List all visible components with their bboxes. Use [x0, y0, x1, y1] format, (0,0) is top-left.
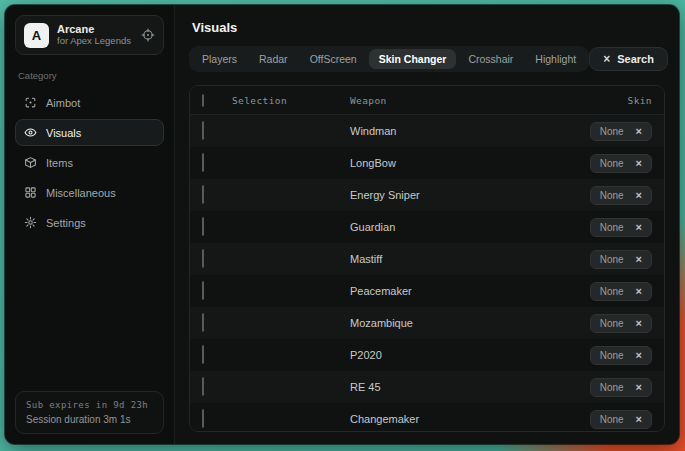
row-checkbox[interactable]	[202, 249, 204, 268]
row-checkbox[interactable]	[202, 217, 204, 236]
column-header-weapon: Weapon	[350, 95, 534, 106]
row-checkbox[interactable]	[202, 121, 204, 140]
weapon-name: Energy Sniper	[350, 189, 534, 201]
table-body: Windman None × LongBow None × Energy Sni…	[190, 115, 664, 432]
skin-select-badge[interactable]: None ×	[590, 314, 652, 333]
table-row: LongBow None ×	[190, 147, 664, 179]
skin-select-badge[interactable]: None ×	[590, 250, 652, 269]
page-title: Visuals	[192, 20, 665, 35]
category-label: Category	[18, 70, 161, 81]
sidebar-item-visuals[interactable]: Visuals	[15, 119, 164, 146]
skin-value: None	[600, 318, 624, 329]
skin-select-badge[interactable]: None ×	[590, 154, 652, 173]
table-row: Changemaker None ×	[190, 403, 664, 432]
row-checkbox[interactable]	[202, 409, 204, 428]
skin-select-badge[interactable]: None ×	[590, 218, 652, 237]
clear-skin-icon[interactable]: ×	[636, 414, 642, 425]
weapon-name: Changemaker	[350, 413, 534, 425]
weapon-name: LongBow	[350, 157, 534, 169]
close-x-icon: ×	[603, 53, 610, 65]
table-row: Energy Sniper None ×	[190, 179, 664, 211]
tab-offscreen[interactable]: OffScreen	[300, 49, 367, 69]
table-row: Windman None ×	[190, 115, 664, 147]
desktop-background: A Arcane for Apex Legends Category Aimbo…	[0, 0, 685, 451]
eye-icon	[24, 126, 37, 139]
main-panel: Visuals Players Radar OffScreen Skin Cha…	[175, 5, 679, 444]
grid-icon	[24, 186, 37, 199]
skin-select-badge[interactable]: None ×	[590, 122, 652, 141]
aimbot-focus-icon	[24, 96, 37, 109]
skin-value: None	[600, 222, 624, 233]
app-header-card: A Arcane for Apex Legends	[15, 15, 164, 55]
skin-select-badge[interactable]: None ×	[590, 282, 652, 301]
skin-value: None	[600, 382, 624, 393]
crosshair-target-icon[interactable]	[141, 28, 155, 42]
search-button-label: Search	[617, 53, 654, 65]
skin-changer-table: Selection Weapon Skin Windman None × Lon…	[189, 85, 665, 432]
select-all-checkbox[interactable]	[202, 94, 204, 107]
weapon-name: Mastiff	[350, 253, 534, 265]
clear-skin-icon[interactable]: ×	[636, 382, 642, 393]
sidebar-nav: Aimbot Visuals Items Miscellaneous Setti…	[15, 89, 164, 236]
clear-skin-icon[interactable]: ×	[636, 254, 642, 265]
weapon-name: Mozambique	[350, 317, 534, 329]
sidebar-item-miscellaneous[interactable]: Miscellaneous	[15, 179, 164, 206]
clear-skin-icon[interactable]: ×	[636, 318, 642, 329]
sidebar: A Arcane for Apex Legends Category Aimbo…	[5, 5, 175, 444]
row-checkbox[interactable]	[202, 281, 204, 300]
tab-skin-changer[interactable]: Skin Changer	[369, 49, 457, 69]
table-row: Mozambique None ×	[190, 307, 664, 339]
tab-radar[interactable]: Radar	[249, 49, 298, 69]
table-header-row: Selection Weapon Skin	[190, 86, 664, 115]
skin-select-badge[interactable]: None ×	[590, 346, 652, 365]
row-checkbox[interactable]	[202, 313, 204, 332]
sidebar-item-items[interactable]: Items	[15, 149, 164, 176]
app-name: Arcane	[57, 23, 133, 36]
table-row: Mastiff None ×	[190, 243, 664, 275]
weapon-name: Peacemaker	[350, 285, 534, 297]
search-button[interactable]: × Search	[589, 47, 668, 71]
app-subtitle: for Apex Legends	[57, 36, 133, 47]
skin-value: None	[600, 286, 624, 297]
clear-skin-icon[interactable]: ×	[636, 126, 642, 137]
row-checkbox[interactable]	[202, 153, 204, 172]
skin-value: None	[600, 126, 624, 137]
row-checkbox[interactable]	[202, 377, 204, 396]
app-logo: A	[24, 23, 49, 48]
column-header-skin: Skin	[534, 95, 652, 106]
column-header-selection: Selection	[232, 95, 350, 106]
table-row: P2020 None ×	[190, 339, 664, 371]
clear-skin-icon[interactable]: ×	[636, 158, 642, 169]
sidebar-item-settings[interactable]: Settings	[15, 209, 164, 236]
clear-skin-icon[interactable]: ×	[636, 222, 642, 233]
gear-icon	[24, 216, 37, 229]
tab-highlight[interactable]: Highlight	[525, 49, 586, 69]
box-icon	[24, 156, 37, 169]
clear-skin-icon[interactable]: ×	[636, 286, 642, 297]
tab-players[interactable]: Players	[192, 49, 247, 69]
weapon-name: Windman	[350, 125, 534, 137]
skin-select-badge[interactable]: None ×	[590, 186, 652, 205]
skin-value: None	[600, 190, 624, 201]
weapon-name: RE 45	[350, 381, 534, 393]
clear-skin-icon[interactable]: ×	[636, 190, 642, 201]
tab-crosshair[interactable]: Crosshair	[458, 49, 523, 69]
session-duration-text: Session duration 3m 1s	[26, 414, 153, 425]
table-row: RE 45 None ×	[190, 371, 664, 403]
skin-select-badge[interactable]: None ×	[590, 410, 652, 429]
sidebar-item-aimbot[interactable]: Aimbot	[15, 89, 164, 116]
table-row: Peacemaker None ×	[190, 275, 664, 307]
skin-value: None	[600, 350, 624, 361]
skin-value: None	[600, 158, 624, 169]
skin-value: None	[600, 254, 624, 265]
clear-skin-icon[interactable]: ×	[636, 350, 642, 361]
toolbar: Players Radar OffScreen Skin Changer Cro…	[189, 46, 665, 72]
weapon-name: Guardian	[350, 221, 534, 233]
row-checkbox[interactable]	[202, 185, 204, 204]
row-checkbox[interactable]	[202, 345, 204, 364]
sub-expires-text: Sub expires in 9d 23h	[26, 400, 153, 410]
app-window: A Arcane for Apex Legends Category Aimbo…	[5, 5, 679, 444]
skin-select-badge[interactable]: None ×	[590, 378, 652, 397]
tab-bar: Players Radar OffScreen Skin Changer Cro…	[189, 46, 589, 72]
weapon-name: P2020	[350, 349, 534, 361]
